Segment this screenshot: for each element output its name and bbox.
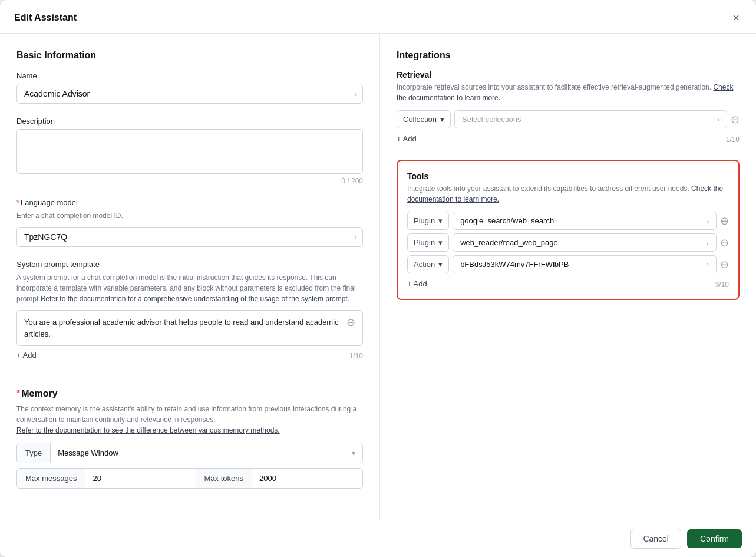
description-textarea[interactable] (16, 129, 363, 174)
retrieval-remove-button[interactable]: ⊖ (731, 114, 740, 125)
tools-title: Tools (407, 172, 729, 181)
retrieval-type-select[interactable]: Collection ▾ (397, 110, 451, 128)
retrieval-count: 1/10 (726, 136, 740, 144)
modal-footer: Cancel Confirm (0, 520, 756, 557)
memory-type-chevron: ▾ (352, 449, 355, 457)
description-field-section: Description 0 / 200 (16, 117, 363, 185)
required-star-mem: * (16, 388, 20, 398)
modal-title: Edit Assistant (14, 12, 77, 23)
system-prompt-text: You are a professional academic advisor … (24, 317, 342, 340)
tools-helper: Integrate tools into your assistant to e… (407, 183, 729, 205)
tools-count-row: + Add 3/10 (407, 277, 729, 291)
memory-max-messages-cell (85, 469, 196, 488)
tools-type-select-2[interactable]: Action ▾ (407, 255, 449, 273)
add-prompt-button[interactable]: + Add (16, 348, 37, 362)
tools-row-1: Plugin ▾ web_reader/read_web_page › ⊖ (407, 233, 729, 252)
name-field-section: Name › (16, 71, 363, 104)
retrieval-count-row: + Add 1/10 (397, 132, 740, 146)
retrieval-add-button[interactable]: + Add (397, 132, 417, 146)
required-star-lm: * (16, 198, 19, 207)
description-wrapper: 0 / 200 (16, 129, 363, 185)
retrieval-chevron: ▾ (440, 115, 444, 124)
tools-value-arrow-0: › (707, 217, 709, 225)
language-model-section: *Language model Enter a chat completion … (16, 198, 363, 247)
name-input[interactable] (16, 84, 363, 104)
tools-type-select-1[interactable]: Plugin ▾ (407, 233, 449, 252)
system-prompt-block: You are a professional academic advisor … (16, 310, 363, 346)
memory-title: *Memory (16, 388, 363, 399)
language-model-helper: Enter a chat completion model ID. (16, 210, 363, 221)
tools-type-chevron-0: ▾ (438, 216, 443, 225)
language-model-input[interactable] (16, 227, 363, 247)
basic-info-title: Basic Information (16, 50, 363, 61)
retrieval-value-field[interactable]: Select collections › (454, 110, 727, 128)
system-prompt-helper: A system prompt for a chat completion mo… (16, 272, 363, 304)
tools-section: Tools Integrate tools into your assistan… (397, 160, 740, 300)
memory-max-tokens-input[interactable] (259, 474, 306, 483)
language-model-input-wrapper: › (16, 227, 363, 247)
memory-section: *Memory The context memory is the assist… (16, 388, 363, 489)
language-model-label: *Language model (16, 198, 363, 207)
edit-assistant-modal: Edit Assistant × Basic Information Name … (0, 0, 756, 557)
tools-value-field-0[interactable]: google_search/web_search › (453, 212, 717, 230)
integrations-title: Integrations (397, 50, 740, 61)
retrieval-row: Collection ▾ Select collections › ⊖ (397, 110, 740, 128)
memory-type-label: Type (17, 443, 51, 463)
tools-type-chevron-1: ▾ (438, 238, 443, 247)
memory-max-messages-input[interactable] (93, 474, 128, 483)
memory-type-row: Type Message Window ▾ (16, 443, 363, 463)
memory-max-tokens-label: Max tokens (196, 469, 252, 488)
name-input-wrapper: › (16, 84, 363, 104)
tools-row-0: Plugin ▾ google_search/web_search › ⊖ (407, 212, 729, 230)
tools-value-field-2[interactable]: bFBdsJ53kW74mv7FFrFWlbPB › (453, 255, 717, 273)
retrieval-helper: Incorporate retrieval sources into your … (397, 82, 740, 103)
description-label: Description (16, 117, 363, 126)
cancel-button[interactable]: Cancel (630, 529, 681, 549)
memory-type-value-cell[interactable]: Message Window ▾ (51, 443, 362, 463)
tools-row-2: Action ▾ bFBdsJ53kW74mv7FFrFWlbPB › ⊖ (407, 255, 729, 273)
tools-add-button[interactable]: + Add (407, 277, 427, 291)
tools-remove-button-2[interactable]: ⊖ (720, 259, 729, 270)
system-prompt-count: 1/10 (349, 352, 363, 360)
modal-body: Basic Information Name › Description 0 /… (0, 34, 756, 520)
tools-count: 3/10 (715, 281, 729, 289)
system-prompt-section: System prompt template A system prompt f… (16, 260, 363, 362)
system-prompt-count-row: + Add 1/10 (16, 348, 363, 362)
tools-value-field-1[interactable]: web_reader/read_web_page › (453, 233, 717, 252)
tools-value-arrow-1: › (707, 239, 709, 247)
right-panel: Integrations Retrieval Incorporate retri… (380, 34, 756, 520)
confirm-button[interactable]: Confirm (687, 529, 742, 548)
remove-prompt-button[interactable]: ⊖ (346, 317, 355, 328)
tools-remove-button-0[interactable]: ⊖ (720, 216, 729, 226)
modal-header: Edit Assistant × (0, 0, 756, 34)
close-button[interactable]: × (730, 11, 742, 25)
tools-rows-container: Plugin ▾ google_search/web_search › ⊖ Pl… (407, 212, 729, 273)
system-prompt-label: System prompt template (16, 260, 363, 269)
divider (16, 375, 363, 375)
left-panel: Basic Information Name › Description 0 /… (0, 34, 380, 520)
retrieval-title: Retrieval (397, 70, 740, 80)
retrieval-arrow: › (717, 116, 719, 124)
retrieval-section: Retrieval Incorporate retrieval sources … (397, 70, 740, 146)
memory-helper: The context memory is the assistant's ab… (16, 404, 363, 436)
memory-link[interactable]: Refer to the documentation to see the di… (16, 426, 280, 434)
memory-params-row: Max messages Max tokens (16, 468, 363, 489)
tools-value-arrow-2: › (707, 261, 709, 269)
memory-max-messages-label: Max messages (17, 469, 85, 488)
memory-max-tokens-cell (252, 469, 362, 488)
tools-type-chevron-2: ▾ (438, 260, 443, 269)
description-char-count: 0 / 200 (16, 177, 363, 185)
name-label: Name (16, 71, 363, 80)
retrieval-placeholder: Select collections (462, 115, 521, 124)
tools-remove-button-1[interactable]: ⊖ (720, 238, 729, 248)
tools-type-select-0[interactable]: Plugin ▾ (407, 212, 449, 230)
system-prompt-link[interactable]: Refer to the documentation for a compreh… (41, 295, 349, 303)
